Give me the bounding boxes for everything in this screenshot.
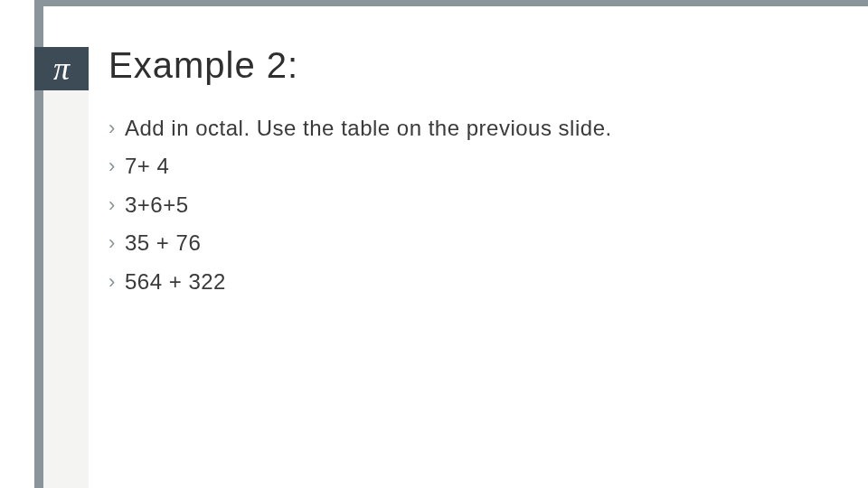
list-item: 7+ 4 (108, 149, 841, 183)
list-item: 3+6+5 (108, 188, 841, 222)
decoration-top-strip (43, 0, 868, 6)
pi-glyph: π (53, 52, 70, 85)
bullet-list: Add in octal. Use the table on the previ… (108, 111, 841, 299)
list-item: 35 + 76 (108, 226, 841, 260)
slide-content: Example 2: Add in octal. Use the table o… (108, 45, 841, 303)
decoration-top-bar (34, 0, 43, 47)
list-item: Add in octal. Use the table on the previ… (108, 111, 841, 145)
slide-title: Example 2: (108, 45, 841, 86)
decoration-left-rail (34, 90, 43, 488)
pi-icon: π (34, 47, 89, 90)
list-item: 564 + 322 (108, 265, 841, 299)
decoration-left-strip (43, 90, 89, 488)
